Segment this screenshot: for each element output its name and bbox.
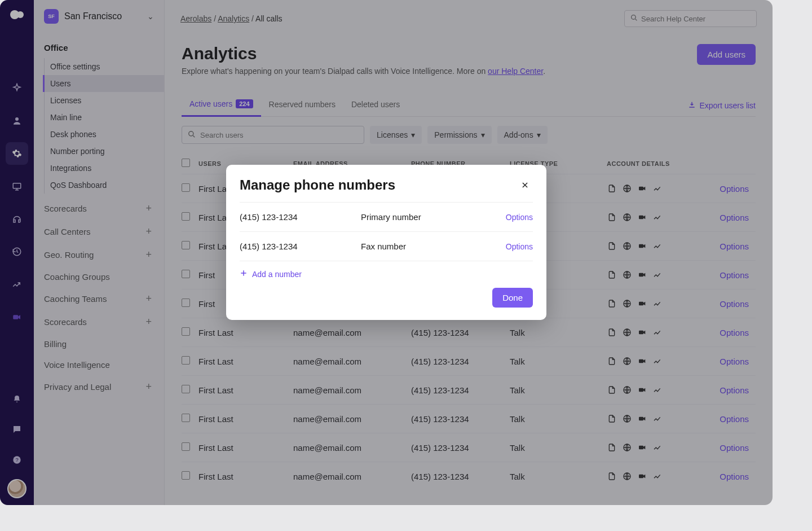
phone-options-link[interactable]: Options [506, 213, 533, 222]
phone-number-row: (415) 123-1234Fax numberOptions [240, 232, 533, 261]
plus-icon [240, 269, 248, 279]
add-number-link[interactable]: Add a number [240, 261, 533, 283]
manage-phone-modal: Manage phone numbers (415) 123-1234Prima… [226, 165, 546, 320]
phone-options-link[interactable]: Options [506, 242, 533, 251]
modal-title: Manage phone numbers [240, 177, 517, 193]
close-icon[interactable] [517, 177, 533, 193]
phone-number: (415) 123-1234 [240, 242, 361, 251]
phone-type: Primary number [361, 212, 506, 222]
phone-number: (415) 123-1234 [240, 212, 361, 222]
phone-type: Fax number [361, 242, 506, 251]
modal-scrim[interactable]: Manage phone numbers (415) 123-1234Prima… [0, 0, 773, 505]
done-button[interactable]: Done [492, 288, 533, 308]
phone-number-row: (415) 123-1234Primary numberOptions [240, 203, 533, 232]
